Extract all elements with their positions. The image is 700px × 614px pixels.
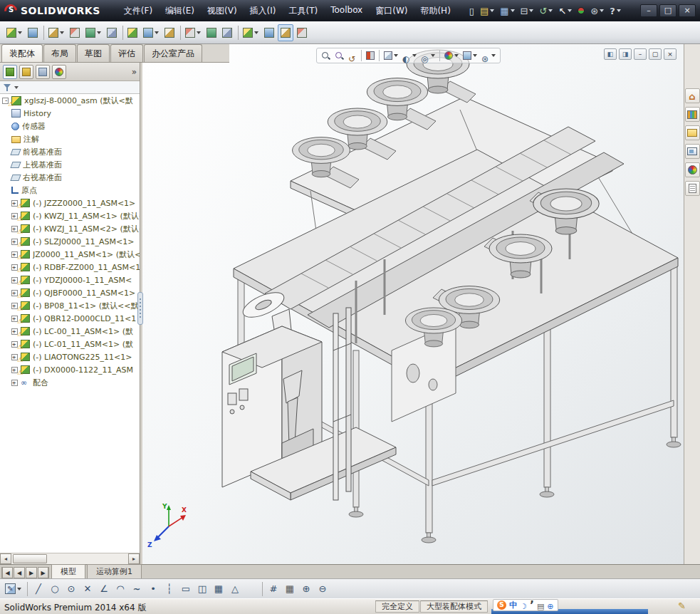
tab-evaluate[interactable]: 评估 bbox=[110, 44, 143, 62]
chinese-mode-indicator[interactable]: 中 bbox=[509, 600, 517, 610]
menu-file[interactable]: 文件(F) bbox=[117, 2, 159, 20]
tree-filter-bar[interactable] bbox=[0, 81, 140, 94]
maximize-button[interactable] bbox=[659, 4, 677, 17]
explode-line-sketch-button[interactable] bbox=[220, 24, 234, 41]
zoom-out-button[interactable] bbox=[315, 581, 330, 598]
linear-component-pattern-button[interactable] bbox=[46, 24, 66, 41]
bill-of-materials-button[interactable] bbox=[183, 24, 203, 41]
tree-item-component[interactable]: (-) LC-00_11_ASM<1> (默 bbox=[0, 325, 140, 338]
design-library-button[interactable] bbox=[685, 107, 700, 122]
edit-appearance-button[interactable] bbox=[443, 49, 460, 62]
tree-item-component[interactable]: (-) DX0000-1122_11_ASM bbox=[0, 363, 140, 376]
first-tab-button[interactable] bbox=[1, 567, 13, 578]
tree-item-annotations[interactable]: 注解 bbox=[0, 132, 140, 145]
tree-item-component[interactable]: (-) LC-01_11_ASM<1> (默 bbox=[0, 338, 140, 350]
circle-tool-button[interactable] bbox=[47, 581, 63, 598]
previous-tab-button[interactable] bbox=[14, 567, 25, 578]
tree-item-component[interactable]: (-) KWZJ_11_ASM<1> (默认< bbox=[0, 209, 140, 222]
interference-detection-button[interactable] bbox=[241, 24, 261, 41]
zoom-to-fit-button[interactable] bbox=[320, 49, 332, 62]
sketch-button[interactable] bbox=[3, 581, 23, 598]
hide-show-items-button[interactable] bbox=[419, 49, 437, 62]
tree-item-component[interactable]: (-) RDBF-ZZ000_11_ASM<1> bbox=[0, 261, 140, 274]
smart-fasteners-button[interactable] bbox=[68, 24, 82, 41]
assembly-3d-model[interactable]: Y X Z bbox=[142, 44, 684, 564]
displaymanager-tab[interactable] bbox=[52, 65, 66, 79]
tree-item-component[interactable]: (-) SLZJ0000_11_ASM<1> bbox=[0, 235, 140, 248]
quick-snaps-button[interactable] bbox=[266, 581, 281, 598]
grid-system-button[interactable] bbox=[282, 581, 298, 598]
spline-tool-button[interactable] bbox=[129, 581, 145, 598]
zoom-in-button[interactable] bbox=[298, 581, 314, 598]
sogou-logo-icon[interactable]: S bbox=[497, 600, 506, 610]
line-tool-button[interactable] bbox=[31, 581, 46, 598]
shape-mode-icon[interactable] bbox=[520, 598, 527, 612]
select-button[interactable] bbox=[556, 3, 574, 19]
menu-edit[interactable]: 编辑(E) bbox=[159, 2, 201, 20]
panel-splitter-handle[interactable] bbox=[137, 292, 143, 325]
polygon-tool-button[interactable] bbox=[227, 581, 243, 598]
view-orientation-button[interactable] bbox=[382, 49, 399, 62]
minimize-button[interactable] bbox=[640, 4, 657, 17]
scroll-left-button[interactable] bbox=[0, 553, 11, 564]
view-palette-button[interactable] bbox=[685, 144, 700, 159]
menu-insert[interactable]: 插入(I) bbox=[244, 2, 283, 20]
ime-toolbox-icon[interactable] bbox=[547, 598, 553, 612]
mate-button[interactable] bbox=[26, 24, 40, 41]
graphics-viewport[interactable]: Y X Z bbox=[142, 44, 684, 564]
save-button[interactable] bbox=[498, 3, 516, 19]
show-hidden-components-button[interactable] bbox=[105, 24, 119, 41]
appearances-scenes-button[interactable] bbox=[685, 162, 700, 177]
view-settings-button[interactable] bbox=[480, 49, 497, 62]
file-explorer-button[interactable] bbox=[685, 125, 700, 140]
more-tabs-chevron-icon[interactable] bbox=[132, 67, 137, 77]
tab-layout[interactable]: 布局 bbox=[43, 44, 76, 62]
tree-item-root-assembly[interactable]: xglszj-8-0000_asm (默认<默 bbox=[0, 94, 140, 107]
assembly-features-button[interactable] bbox=[125, 24, 140, 41]
rectangle-tool-button[interactable] bbox=[178, 581, 194, 598]
tree-item-component[interactable]: (-) BP08_11<1> (默认<<默认 bbox=[0, 299, 140, 312]
linear-sketch-pattern-button[interactable] bbox=[211, 581, 226, 598]
menu-help[interactable]: 帮助(H) bbox=[414, 2, 456, 20]
tree-item-history[interactable]: History bbox=[0, 107, 140, 120]
tree-item-component[interactable]: (-) QJBF0000_11_ASM<1> bbox=[0, 286, 140, 299]
menu-view[interactable]: 视图(V) bbox=[201, 2, 244, 20]
tree-item-right-plane[interactable]: 右视基准面 bbox=[0, 171, 140, 184]
snapshot-button[interactable] bbox=[262, 24, 276, 41]
menu-tools[interactable]: 工具(T) bbox=[283, 2, 325, 20]
tree-item-component[interactable]: (-) KWZJ_11_ASM<2> (默认< bbox=[0, 222, 140, 235]
print-button[interactable] bbox=[518, 3, 536, 19]
tree-horizontal-scrollbar[interactable] bbox=[0, 553, 140, 564]
tree-item-front-plane[interactable]: 前视基准面 bbox=[0, 145, 140, 158]
tree-item-component[interactable]: (-) LIAOTONG225_11<1> bbox=[0, 350, 140, 363]
doc-close-button[interactable] bbox=[664, 48, 677, 60]
custom-properties-button[interactable] bbox=[685, 181, 700, 196]
menu-toolbox[interactable]: Toolbox bbox=[324, 2, 369, 20]
chamfer-tool-button[interactable] bbox=[96, 581, 112, 598]
menu-window[interactable]: 窗口(W) bbox=[369, 2, 414, 20]
tree-item-mates[interactable]: 配合 bbox=[0, 376, 140, 389]
tree-item-component[interactable]: (-) QBR12-D000CLD_11<1 bbox=[0, 312, 140, 325]
new-motion-study-button[interactable] bbox=[162, 24, 177, 41]
tab-office-products[interactable]: 办公室产品 bbox=[144, 44, 202, 62]
tree-item-component[interactable]: (-) JZZZ0000_11_ASM<1> bbox=[0, 197, 140, 209]
centerline-tool-button[interactable] bbox=[162, 581, 177, 598]
new-document-button[interactable] bbox=[467, 3, 476, 19]
scroll-right-button[interactable] bbox=[128, 553, 140, 564]
tree-item-component[interactable]: JZ0000_11_ASM<1> (默认< bbox=[0, 248, 140, 261]
punctuation-mode-icon[interactable] bbox=[530, 598, 534, 612]
keyboard-icon[interactable] bbox=[537, 598, 544, 612]
reference-geometry-button[interactable] bbox=[141, 24, 161, 41]
zoom-to-area-button[interactable] bbox=[333, 49, 345, 62]
open-button[interactable] bbox=[478, 3, 496, 19]
solidworks-resources-button[interactable] bbox=[685, 88, 700, 103]
pane-split-right-button[interactable] bbox=[619, 48, 632, 60]
insert-components-button[interactable] bbox=[4, 24, 24, 41]
trim-entities-button[interactable] bbox=[80, 581, 95, 598]
tree-item-top-plane[interactable]: 上视基准面 bbox=[0, 158, 140, 171]
exploded-view-button[interactable] bbox=[204, 24, 219, 41]
point-tool-button[interactable] bbox=[145, 581, 161, 598]
previous-view-button[interactable] bbox=[347, 49, 358, 62]
close-button[interactable] bbox=[679, 4, 696, 17]
tree-item-origin[interactable]: 原点 bbox=[0, 184, 140, 197]
